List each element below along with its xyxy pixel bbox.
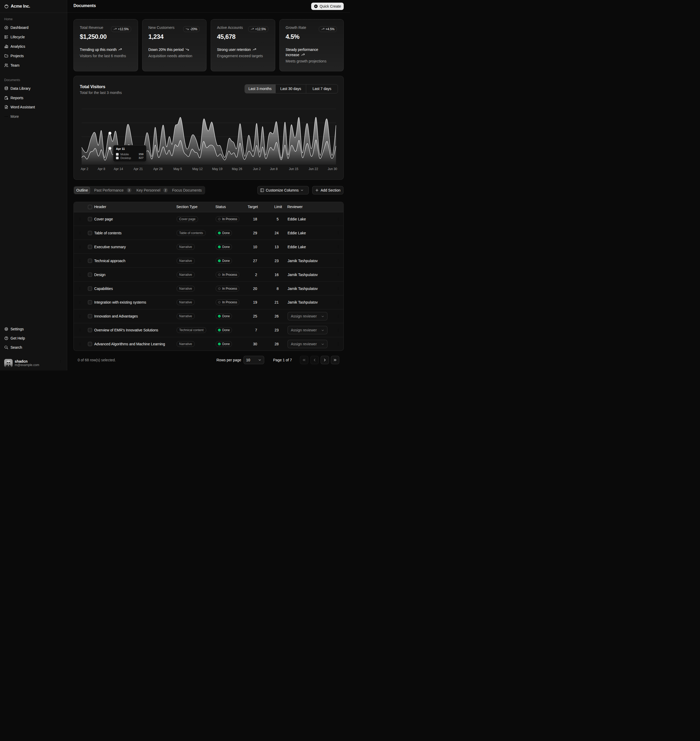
svg-text:Apr 8: Apr 8 bbox=[98, 167, 105, 171]
svg-text:Apr 14: Apr 14 bbox=[114, 167, 123, 171]
svg-text:Apr 21: Apr 21 bbox=[134, 167, 143, 171]
svg-text:Jun 22: Jun 22 bbox=[309, 167, 318, 171]
svg-text:May 12: May 12 bbox=[192, 167, 203, 171]
svg-text:Apr 28: Apr 28 bbox=[153, 167, 163, 171]
svg-text:May 5: May 5 bbox=[174, 167, 182, 171]
svg-text:Jun 8: Jun 8 bbox=[270, 167, 278, 171]
svg-text:May 19: May 19 bbox=[212, 167, 223, 171]
svg-text:Jun 2: Jun 2 bbox=[253, 167, 261, 171]
svg-text:Jun 15: Jun 15 bbox=[289, 167, 298, 171]
svg-text:Apr 2: Apr 2 bbox=[81, 167, 88, 171]
svg-text:May 26: May 26 bbox=[232, 167, 243, 171]
svg-text:Jun 30: Jun 30 bbox=[328, 167, 337, 171]
